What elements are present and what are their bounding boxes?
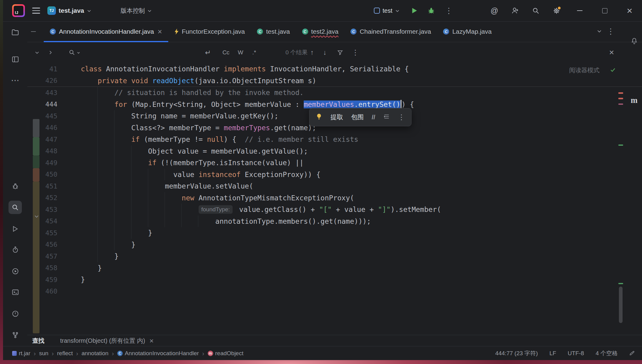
window-minimize-button[interactable] (567, 0, 592, 21)
run-more-options-icon[interactable]: ⋮ (443, 5, 455, 17)
editor-tab[interactable]: FunctorException.java (168, 21, 251, 42)
code-line-451[interactable]: 451 memberValue.setValue( (27, 180, 642, 192)
line-number[interactable]: 460 (27, 287, 57, 295)
breadcrumb-item[interactable]: mreadObject (208, 350, 244, 357)
chevron-down-icon[interactable] (35, 50, 39, 55)
editor-tab[interactable]: CAnnotationInvocationHandler.java× (44, 21, 168, 42)
find-results-tab[interactable]: transform(Object) (所有位置 内) × (60, 337, 154, 345)
line-number[interactable]: 444 (27, 100, 57, 108)
line-number[interactable]: 456 (27, 241, 57, 248)
editor-tab[interactable]: CLazyMap.java (437, 21, 498, 42)
breadcrumb-item[interactable]: CAnnotationInvocationHandler (117, 350, 199, 357)
reader-mode-label[interactable]: 阅读器模式 (569, 66, 599, 74)
tab-options-icon[interactable]: ⋮ (607, 27, 615, 36)
code-line-454[interactable]: 454 annotationType.members().get(name)))… (27, 216, 642, 227)
line-separator[interactable]: LF (549, 350, 556, 357)
indent-setting[interactable]: 4 个空格 (596, 349, 618, 357)
line-number[interactable]: 457 (27, 253, 57, 260)
line-number[interactable]: 454 (27, 217, 57, 225)
find-toolwindow-title[interactable]: 查找 (32, 337, 44, 345)
main-menu-icon[interactable] (32, 8, 40, 13)
line-number[interactable]: 451 (27, 182, 57, 190)
tab-list-chevron-icon[interactable] (597, 29, 602, 35)
fold-chevron-icon[interactable] (34, 214, 39, 220)
file-encoding[interactable]: UTF-8 (568, 350, 584, 357)
line-number[interactable]: 450 (27, 171, 57, 178)
reformat-action-icon[interactable] (383, 113, 390, 121)
line-number[interactable]: 452 (27, 194, 57, 202)
sidebar-item-search[interactable] (9, 201, 22, 214)
caret-position[interactable]: 444:77 (23 字符) (495, 349, 538, 357)
popup-more-icon[interactable]: ⋮ (398, 113, 405, 121)
code-line-450[interactable]: 450 value instanceof ExceptionProxy)) { (27, 169, 642, 181)
code-line-460[interactable]: 460 (27, 286, 642, 298)
inspections-ok-icon[interactable] (610, 67, 616, 74)
code-line-457[interactable]: 457 } (27, 250, 642, 262)
line-number[interactable]: 449 (27, 159, 57, 167)
line-number[interactable]: 443 (27, 89, 57, 97)
sidebar-item-commit[interactable] (9, 53, 22, 66)
code-line-459[interactable]: 459} (27, 274, 642, 286)
search-everywhere-button[interactable] (530, 5, 542, 17)
breadcrumb-item[interactable]: annotation (81, 350, 108, 357)
line-number[interactable]: 455 (27, 229, 57, 237)
filter-icon[interactable] (337, 49, 343, 56)
scrollbar-thumb[interactable] (619, 287, 623, 323)
comment-action[interactable]: // (372, 114, 375, 121)
next-occurrence-icon[interactable]: ↓ (323, 49, 326, 56)
code-line-453[interactable]: 453 foundType: value.getClass() + "[" + … (27, 204, 642, 216)
sidebar-item-profiler[interactable] (9, 243, 22, 256)
code-line-449[interactable]: 449 if (!(memberType.isInstance(value) |… (27, 157, 642, 169)
notifications-button[interactable] (628, 35, 640, 47)
editor-tab[interactable]: CChainedTransformer.java (344, 21, 437, 42)
breadcrumb-item[interactable]: sun (39, 350, 49, 357)
window-maximize-button[interactable] (592, 0, 617, 21)
breadcrumb-item[interactable]: rt.jar (12, 350, 30, 357)
search-field-icon[interactable] (69, 49, 80, 56)
code-with-me-button[interactable] (509, 5, 521, 17)
whole-words-toggle[interactable]: W (234, 48, 247, 57)
sidebar-item-more-tools[interactable]: ⋯ (9, 73, 22, 87)
line-number[interactable]: 426 (27, 77, 57, 84)
previous-occurrence-icon[interactable]: ↑ (310, 49, 314, 56)
sidebar-item-services[interactable] (9, 264, 22, 278)
sidebar-item-version-control[interactable] (9, 328, 22, 342)
close-search-icon[interactable]: × (609, 48, 614, 57)
code-line-41[interactable]: 41class AnnotationInvocationHandler impl… (27, 63, 642, 75)
code-line-456[interactable]: 456 } (27, 239, 642, 251)
line-number[interactable]: 446 (27, 124, 57, 131)
code-line-443[interactable]: 443 // situation is handled by the invok… (27, 87, 642, 99)
search-options-icon[interactable]: ⋮ (352, 48, 359, 57)
run-button[interactable] (408, 5, 420, 17)
code-line-447[interactable]: 447 if (memberType != null) { // i.e. me… (27, 134, 642, 145)
regex-toggle[interactable]: .* (248, 48, 261, 57)
line-number[interactable]: 448 (27, 147, 57, 155)
tab-close-icon[interactable]: × (158, 28, 162, 36)
editor-tab[interactable]: Ctest2.java (296, 21, 345, 42)
line-number[interactable]: 447 (27, 136, 57, 143)
code-line-458[interactable]: 458 } (27, 262, 642, 274)
code-line-452[interactable]: 452 new AnnotationTypeMismatchExceptionP… (27, 192, 642, 204)
writable-toggle-icon[interactable] (629, 350, 635, 357)
run-configuration-selector[interactable]: test (374, 7, 400, 14)
line-number[interactable]: 445 (27, 112, 57, 120)
surround-action[interactable]: 包围 (351, 113, 364, 121)
settings-button[interactable] (550, 5, 562, 17)
breadcrumb-item[interactable]: reflect (57, 350, 73, 357)
ai-assistant-button[interactable]: @ (488, 5, 500, 17)
window-close-button[interactable]: × (617, 0, 642, 21)
sidebar-item-problems[interactable] (9, 307, 22, 320)
match-case-toggle[interactable]: Cc (220, 48, 232, 57)
editor-tab[interactable]: Ctest.java (251, 21, 296, 42)
code-line-426[interactable]: 426 private void readObject(java.io.Obje… (27, 75, 642, 87)
line-number[interactable]: 458 (27, 264, 57, 272)
sidebar-item-run[interactable] (9, 222, 22, 236)
sidebar-item-terminal[interactable] (9, 285, 22, 299)
debug-button[interactable] (425, 5, 437, 17)
editor[interactable]: 41class AnnotationInvocationHandler impl… (27, 63, 642, 335)
line-number[interactable]: 453 (27, 206, 57, 213)
extract-action[interactable]: 提取 (330, 113, 343, 121)
project-selector[interactable]: TJ test.java (47, 6, 91, 15)
intention-bulb-icon[interactable] (316, 113, 323, 121)
line-number[interactable]: 41 (27, 65, 57, 73)
